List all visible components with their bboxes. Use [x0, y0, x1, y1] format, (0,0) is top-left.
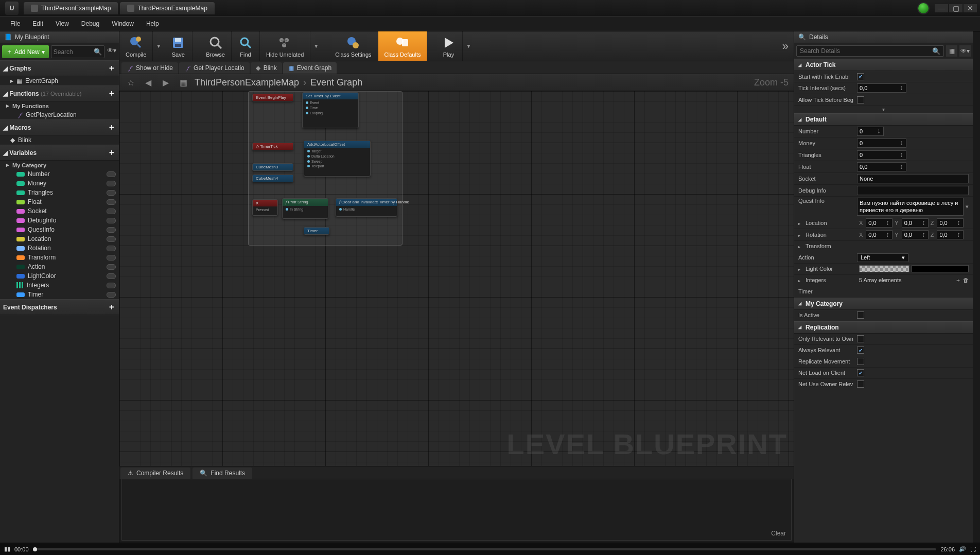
tick-interval-field[interactable]: 0,0⭥: [857, 83, 906, 93]
cb-isactive[interactable]: [857, 311, 864, 319]
var-visibility-toggle[interactable]: [107, 171, 116, 177]
var-questinfo[interactable]: QuestInfo: [0, 225, 119, 234]
var-visibility-toggle[interactable]: [107, 218, 116, 223]
node-cubemesh2[interactable]: CubeMesh4: [252, 175, 293, 182]
event-graph-canvas[interactable]: Event BeginPlay Set Timer by EventEventT…: [119, 91, 794, 466]
video-seek-track[interactable]: [33, 548, 937, 550]
toolbar-find[interactable]: Find: [232, 31, 260, 61]
tree-myfunctions[interactable]: ▸My Functions: [0, 101, 119, 110]
graph-tab-show-or-hide[interactable]: 𝑓Show or Hide: [121, 62, 178, 74]
cb-netuse[interactable]: [857, 380, 864, 388]
cat-default[interactable]: Default: [794, 113, 973, 126]
var-visibility-toggle[interactable]: [107, 264, 116, 270]
var-lightcolor[interactable]: LightColor: [0, 271, 119, 281]
toolbar-save[interactable]: Save: [164, 31, 192, 61]
expand-actor-tick[interactable]: ▾: [794, 106, 973, 113]
toolbar-overflow-button[interactable]: »: [777, 31, 794, 61]
doc-tab-0[interactable]: ThirdPersonExampleMap: [24, 2, 118, 14]
var-visibility-toggle[interactable]: [107, 190, 116, 196]
var-integers[interactable]: Integers: [0, 281, 119, 290]
graph-tab-event-graph[interactable]: ▦Event Graph: [283, 62, 337, 74]
details-scrollbar[interactable]: [973, 31, 980, 543]
add-new-button[interactable]: ＋Add New▾: [2, 45, 49, 58]
details-header[interactable]: 🔍 Details: [794, 31, 973, 43]
add-variable-button[interactable]: ＋: [108, 147, 116, 158]
var-float[interactable]: Float: [0, 197, 119, 206]
section-graphs[interactable]: ◢ Graphs＋: [0, 60, 119, 76]
clear-button[interactable]: Clear: [771, 530, 786, 537]
menu-view[interactable]: View: [50, 19, 74, 29]
toolbar-class-defaults[interactable]: Class Defaults: [378, 31, 428, 61]
action-dropdown[interactable]: Left▾: [857, 253, 908, 262]
toolbar-browse[interactable]: Browse: [200, 31, 232, 61]
menu-window[interactable]: Window: [107, 19, 139, 29]
var-socket[interactable]: Socket: [0, 206, 119, 216]
var-visibility-toggle[interactable]: [107, 283, 116, 288]
loc-y-field[interactable]: 0,0⭥: [902, 218, 929, 228]
search-input[interactable]: [54, 48, 94, 56]
var-triangles[interactable]: Triangles: [0, 188, 119, 197]
section-variables[interactable]: ◢ Variables＋: [0, 145, 119, 161]
cb-allow-before[interactable]: [857, 96, 864, 103]
array-clear-button[interactable]: 🗑: [963, 277, 969, 283]
tree-blink[interactable]: ◆Blink: [0, 135, 119, 145]
node-timervar[interactable]: Timer: [304, 227, 329, 235]
source-control-icon[interactable]: [917, 2, 930, 14]
cat-actor-tick[interactable]: Actor Tick: [794, 59, 973, 71]
maximize-button[interactable]: ▢: [949, 4, 962, 12]
loc-x-field[interactable]: 0,0⭥: [866, 218, 892, 228]
rot-y-field[interactable]: 0,0⭥: [902, 230, 929, 239]
minimize-button[interactable]: —: [935, 4, 948, 12]
tab-compiler-results[interactable]: ⚠Compiler Results: [120, 467, 190, 479]
lightcolor-alpha[interactable]: [912, 265, 969, 272]
var-visibility-toggle[interactable]: [107, 209, 116, 214]
tree-mycategory[interactable]: ▸My Category: [0, 161, 119, 169]
var-debuginfo[interactable]: DebugInfo: [0, 216, 119, 225]
add-dispatcher-button[interactable]: ＋: [108, 302, 116, 313]
cat-replication[interactable]: Replication: [794, 321, 973, 334]
toolbar-dropdown-arrow[interactable]: ▼: [153, 43, 164, 49]
var-visibility-toggle[interactable]: [107, 199, 116, 205]
cb-repmove[interactable]: [857, 358, 864, 365]
toolbar-class-settings[interactable]: Class Settings: [329, 31, 378, 61]
number-field[interactable]: 0⭥: [857, 127, 884, 136]
details-search-input[interactable]: [800, 47, 932, 55]
section-dispatchers[interactable]: Event Dispatchers＋: [0, 299, 119, 315]
var-visibility-toggle[interactable]: [107, 246, 116, 251]
rot-z-field[interactable]: 0,0⭥: [937, 230, 964, 239]
nav-fwd-button[interactable]: ▶: [160, 76, 172, 89]
float-field[interactable]: 0,0⭥: [857, 162, 906, 171]
node-keyx[interactable]: XPressed: [252, 199, 278, 216]
doc-tab-1[interactable]: ThirdPersonExampleMap: [120, 2, 214, 14]
menu-debug[interactable]: Debug: [76, 19, 104, 29]
cb-netload[interactable]: [857, 369, 864, 376]
node-cleartimer[interactable]: 𝑓 Clear and Invalidate Timer by HandleHa…: [336, 198, 397, 217]
breadcrumb[interactable]: ThirdPersonExampleMap›Event Graph: [195, 77, 362, 88]
section-macros[interactable]: ◢ Macros＋: [0, 119, 119, 135]
var-action[interactable]: Action: [0, 262, 119, 271]
var-location[interactable]: Location: [0, 234, 119, 244]
socket-field[interactable]: None: [857, 174, 969, 183]
menu-file[interactable]: File: [5, 19, 25, 29]
graph-tab-blink[interactable]: ◆Blink: [251, 62, 282, 74]
cb-start-tick[interactable]: [857, 73, 864, 80]
tree-getplayerlocation[interactable]: 𝑓GetPlayerLocation: [0, 110, 119, 119]
play-pause-button[interactable]: ▮▮: [4, 546, 10, 552]
var-rotation[interactable]: Rotation: [0, 244, 119, 253]
node-printstr[interactable]: 𝑓 Print StringIn String: [282, 198, 328, 219]
my-blueprint-header[interactable]: 📘 My Blueprint: [0, 31, 119, 43]
cb-alwaysrel[interactable]: [857, 346, 864, 354]
menu-edit[interactable]: Edit: [27, 19, 48, 29]
graph-tab-get-player-locatio[interactable]: 𝑓Get Player Locatio: [179, 62, 250, 74]
quest-field[interactable]: Вам нужно найти сокровище в лесу и прине…: [857, 198, 964, 216]
fullscreen-button[interactable]: ⛶: [970, 546, 976, 552]
graph-grid-icon[interactable]: ▦: [177, 76, 189, 89]
details-search[interactable]: 🔍: [796, 45, 944, 57]
var-number[interactable]: Number: [0, 169, 119, 179]
var-visibility-toggle[interactable]: [107, 227, 116, 233]
add-macro-button[interactable]: ＋: [108, 122, 116, 133]
node-cubemesh1[interactable]: CubeMesh3: [252, 163, 293, 171]
menu-help[interactable]: Help: [141, 19, 164, 29]
cat-mycategory[interactable]: My Category: [794, 298, 973, 310]
array-add-button[interactable]: ＋: [955, 276, 961, 284]
